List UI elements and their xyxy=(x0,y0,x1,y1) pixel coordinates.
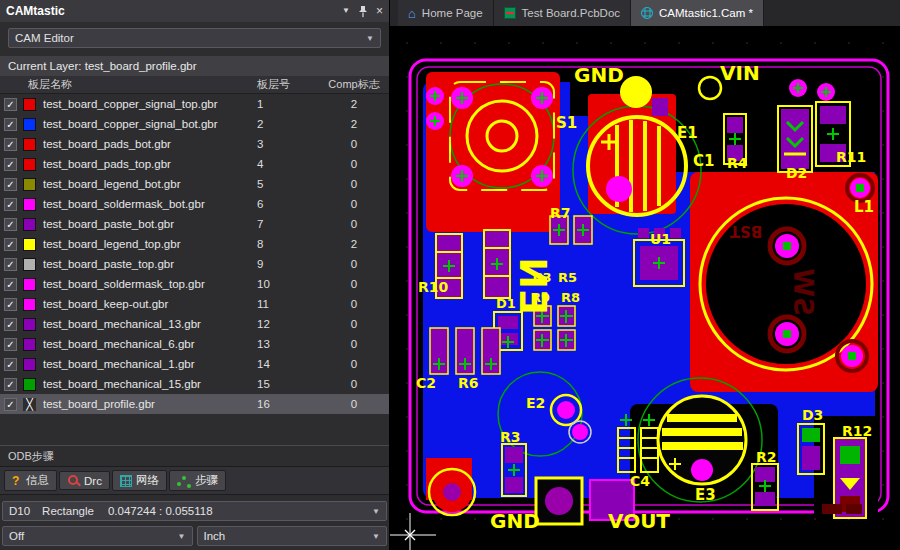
layer-number: 6 xyxy=(257,198,319,210)
layer-rows: ✓test_board_copper_signal_top.gbr12✓test… xyxy=(0,94,389,414)
layer-color-swatch[interactable] xyxy=(23,338,36,351)
info-icon xyxy=(12,474,22,488)
layer-color-swatch[interactable] xyxy=(23,318,36,331)
layer-visibility-checkbox[interactable]: ✓ xyxy=(4,238,17,251)
col-header-layer-number[interactable]: 板层号 xyxy=(257,77,319,92)
layer-visibility-checkbox[interactable]: ✓ xyxy=(4,298,17,311)
layer-row[interactable]: ✓╳test_board_profile.gbr160 xyxy=(0,394,389,414)
units-select[interactable]: Inch ▼ xyxy=(197,526,388,546)
layer-visibility-checkbox[interactable]: ✓ xyxy=(4,278,17,291)
layer-visibility-checkbox[interactable]: ✓ xyxy=(4,358,17,371)
editor-mode-select[interactable]: CAM Editor ▼ xyxy=(8,28,381,48)
gnd-pad-square xyxy=(536,478,582,524)
doc-tab-bar: Home PageTest Board.PcbDocCAMtastic1.Cam… xyxy=(390,0,900,26)
layer-row[interactable]: ✓test_board_mechanical_15.gbr150 xyxy=(0,374,389,394)
layer-color-swatch[interactable] xyxy=(23,238,36,251)
gerber-canvas[interactable]: GNDVINS1E1C1R4D2R11L1R7U1C3R5R9R8R10D1C2… xyxy=(390,26,900,550)
layer-number: 11 xyxy=(257,298,319,310)
layer-name: test_board_mechanical_15.gbr xyxy=(43,378,257,390)
layer-visibility-checkbox[interactable]: ✓ xyxy=(4,218,17,231)
silkscreen-label: BST xyxy=(729,222,762,240)
layer-visibility-checkbox[interactable]: ✓ xyxy=(4,138,17,151)
silkscreen-label: GND xyxy=(490,509,540,533)
panel-menu-arrow-icon[interactable]: ▼ xyxy=(342,7,350,15)
layer-row[interactable]: ✓test_board_legend_bot.gbr50 xyxy=(0,174,389,194)
silkscreen-label: C2 xyxy=(416,375,436,391)
col-header-comp-flag[interactable]: Comp标志 xyxy=(319,77,389,92)
chevron-down-icon: ▼ xyxy=(372,532,380,541)
layer-row[interactable]: ✓test_board_pads_top.gbr40 xyxy=(0,154,389,174)
doc-tab-pcbdoc[interactable]: Test Board.PcbDoc xyxy=(494,0,631,26)
dcode-status-select[interactable]: D10 Rectangle 0.047244 : 0.055118 ▼ xyxy=(2,501,387,521)
col-header-layer-name[interactable]: 板层名称 xyxy=(28,77,257,92)
layer-row[interactable]: ✓test_board_legend_top.gbr82 xyxy=(0,234,389,254)
layer-row[interactable]: ✓test_board_mechanical_1.gbr140 xyxy=(0,354,389,374)
net-icon xyxy=(120,475,132,487)
current-layer-bar: Current Layer: test_board_profile.gbr xyxy=(0,56,389,76)
layer-color-swatch[interactable] xyxy=(23,138,36,151)
layer-visibility-checkbox[interactable]: ✓ xyxy=(4,338,17,351)
layer-color-swatch[interactable] xyxy=(23,198,36,211)
tool-tab-step[interactable]: 步骤 xyxy=(169,470,226,491)
silkscreen-label: R12 xyxy=(842,423,872,439)
layer-comp-count: 2 xyxy=(319,98,389,110)
layer-comp-count: 0 xyxy=(319,398,389,410)
silkscreen-label: D3 xyxy=(802,407,823,423)
layer-visibility-checkbox[interactable]: ✓ xyxy=(4,378,17,391)
silkscreen-label: D2 xyxy=(786,165,807,181)
layer-row[interactable]: ✓test_board_soldermask_top.gbr100 xyxy=(0,274,389,294)
layer-row[interactable]: ✓test_board_paste_top.gbr90 xyxy=(0,254,389,274)
layer-name: test_board_paste_top.gbr xyxy=(43,258,257,270)
layer-color-swatch[interactable] xyxy=(23,278,36,291)
layer-row[interactable]: ✓test_board_copper_signal_bot.gbr22 xyxy=(0,114,389,134)
tool-tab-drc[interactable]: Drc xyxy=(59,471,110,490)
layer-comp-count: 2 xyxy=(319,118,389,130)
silkscreen-label: C4 xyxy=(630,473,650,489)
silkscreen-label: R8 xyxy=(561,290,580,305)
mirror-select[interactable]: Off ▼ xyxy=(2,526,193,546)
layer-color-swatch[interactable] xyxy=(23,298,36,311)
layer-number: 15 xyxy=(257,378,319,390)
close-icon[interactable]: × xyxy=(376,5,383,17)
layer-row[interactable]: ✓test_board_pads_bot.gbr30 xyxy=(0,134,389,154)
component-e3 xyxy=(658,396,746,484)
pin-icon[interactable] xyxy=(358,5,368,18)
layer-color-swatch[interactable] xyxy=(23,218,36,231)
layer-comp-count: 0 xyxy=(319,358,389,370)
doc-tab-cam[interactable]: CAMtastic1.Cam * xyxy=(631,0,764,26)
layer-visibility-checkbox[interactable]: ✓ xyxy=(4,178,17,191)
layer-row[interactable]: ✓test_board_paste_bot.gbr70 xyxy=(0,214,389,234)
layer-color-swatch[interactable] xyxy=(23,158,36,171)
silkscreen-label: E1 xyxy=(677,124,698,142)
gerber-board: GNDVINS1E1C1R4D2R11L1R7U1C3R5R9R8R10D1C2… xyxy=(390,26,900,550)
tool-tab-net[interactable]: 网络 xyxy=(112,470,167,491)
layer-visibility-checkbox[interactable]: ✓ xyxy=(4,118,17,131)
layer-color-swatch[interactable] xyxy=(23,378,36,391)
panel-titlebar: CAMtastic ▼ × xyxy=(0,0,389,22)
layer-row[interactable]: ✓test_board_mechanical_13.gbr120 xyxy=(0,314,389,334)
layer-row[interactable]: ✓test_board_mechanical_6.gbr130 xyxy=(0,334,389,354)
layer-color-swatch[interactable] xyxy=(23,178,36,191)
layer-color-swatch[interactable] xyxy=(23,98,36,111)
layer-visibility-checkbox[interactable]: ✓ xyxy=(4,398,17,411)
doc-tab-label: Home Page xyxy=(422,7,483,19)
layer-comp-count: 0 xyxy=(319,278,389,290)
tool-tab-info[interactable]: 信息 xyxy=(4,470,57,491)
layer-comp-count: 0 xyxy=(319,138,389,150)
layer-visibility-checkbox[interactable]: ✓ xyxy=(4,98,17,111)
layer-row[interactable]: ✓test_board_soldermask_bot.gbr60 xyxy=(0,194,389,214)
silkscreen-label: R5 xyxy=(558,270,577,285)
doc-tab-home[interactable]: Home Page xyxy=(398,0,494,26)
layer-visibility-checkbox[interactable]: ✓ xyxy=(4,158,17,171)
layer-visibility-checkbox[interactable]: ✓ xyxy=(4,198,17,211)
layer-color-swatch[interactable] xyxy=(23,118,36,131)
layer-visibility-checkbox[interactable]: ✓ xyxy=(4,318,17,331)
editor-mode-value: CAM Editor xyxy=(15,32,74,44)
odb-steps-label: ODB步骤 xyxy=(0,445,389,466)
layer-row[interactable]: ✓test_board_copper_signal_top.gbr12 xyxy=(0,94,389,114)
profile-x-icon[interactable]: ╳ xyxy=(23,398,36,411)
layer-color-swatch[interactable] xyxy=(23,258,36,271)
layer-visibility-checkbox[interactable]: ✓ xyxy=(4,258,17,271)
layer-color-swatch[interactable] xyxy=(23,358,36,371)
layer-row[interactable]: ✓test_board_keep-out.gbr110 xyxy=(0,294,389,314)
